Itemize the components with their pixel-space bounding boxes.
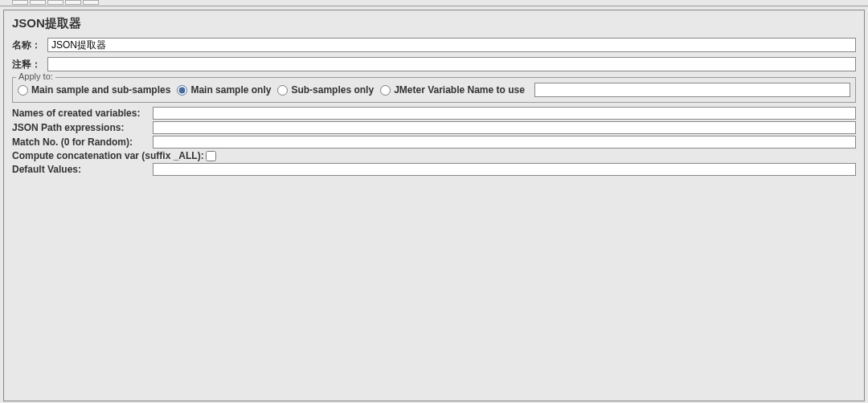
radio-label: JMeter Variable Name to use bbox=[394, 84, 525, 96]
json-path-row: JSON Path expressions: bbox=[4, 120, 864, 135]
radio-main-only-input[interactable] bbox=[177, 85, 187, 96]
name-row: 名称： bbox=[4, 35, 864, 55]
radio-jmeter-var[interactable]: JMeter Variable Name to use bbox=[380, 84, 525, 96]
concat-label: Compute concatenation var (suffix _ALL): bbox=[12, 150, 204, 161]
radio-main-and-sub[interactable]: Main sample and sub-samples bbox=[18, 84, 170, 96]
radio-main-and-sub-input[interactable] bbox=[18, 85, 28, 96]
radio-sub-only-input[interactable] bbox=[277, 85, 288, 96]
toolbar-button[interactable] bbox=[30, 0, 46, 5]
jmeter-var-input[interactable] bbox=[534, 83, 850, 97]
radio-label: Main sample only bbox=[190, 84, 271, 96]
comment-input[interactable] bbox=[47, 57, 856, 71]
concat-checkbox[interactable] bbox=[206, 151, 216, 161]
comment-label: 注释： bbox=[12, 58, 47, 71]
radio-main-only[interactable]: Main sample only bbox=[177, 84, 271, 96]
radio-label: Sub-samples only bbox=[291, 84, 374, 96]
concat-row: Compute concatenation var (suffix _ALL): bbox=[4, 149, 864, 162]
json-extractor-panel: JSON提取器 名称： 注释： Apply to: Main sample an… bbox=[3, 10, 865, 401]
names-label: Names of created variables: bbox=[12, 108, 153, 119]
match-no-input[interactable] bbox=[153, 136, 856, 149]
toolbar-button[interactable] bbox=[47, 0, 63, 5]
apply-to-group: Apply to: Main sample and sub-samples Ma… bbox=[12, 77, 856, 103]
default-row: Default Values: bbox=[4, 162, 864, 177]
json-path-input[interactable] bbox=[153, 121, 856, 134]
panel-title: JSON提取器 bbox=[4, 10, 864, 35]
apply-to-radio-row: Main sample and sub-samples Main sample … bbox=[18, 83, 850, 97]
default-input[interactable] bbox=[153, 163, 856, 176]
default-label: Default Values: bbox=[12, 164, 153, 175]
toolbar-button[interactable] bbox=[12, 0, 28, 5]
match-no-label: Match No. (0 for Random): bbox=[12, 136, 153, 148]
toolbar-button[interactable] bbox=[65, 0, 81, 5]
radio-jmeter-var-input[interactable] bbox=[380, 85, 391, 96]
names-input[interactable] bbox=[153, 107, 856, 120]
match-no-row: Match No. (0 for Random): bbox=[4, 135, 864, 149]
apply-to-legend: Apply to: bbox=[16, 71, 55, 81]
json-path-label: JSON Path expressions: bbox=[12, 122, 153, 133]
names-row: Names of created variables: bbox=[4, 106, 864, 120]
radio-sub-only[interactable]: Sub-samples only bbox=[277, 84, 374, 96]
name-input[interactable] bbox=[47, 38, 856, 52]
comment-row: 注释： bbox=[4, 55, 864, 74]
radio-label: Main sample and sub-samples bbox=[31, 84, 170, 96]
toolbar-button[interactable] bbox=[83, 0, 99, 5]
toolbar bbox=[0, 0, 868, 6]
name-label: 名称： bbox=[12, 39, 47, 52]
